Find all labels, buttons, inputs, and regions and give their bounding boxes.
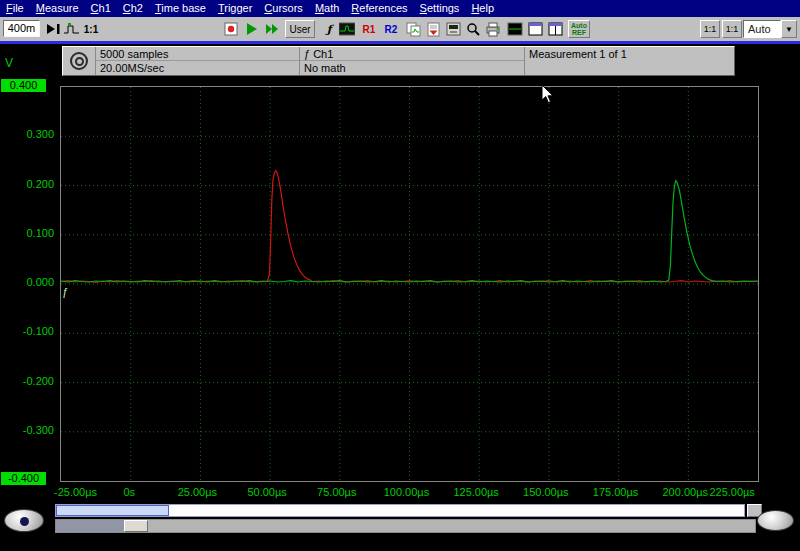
record-navigator[interactable] [55, 504, 745, 517]
acquisition-section[interactable]: 5000 samples 20.00MS/sec [96, 47, 300, 75]
x-tick-label: 225.00µs [709, 486, 754, 498]
y-tick-label: 0.000 [0, 276, 54, 288]
menu-item-settings[interactable]: Settings [414, 0, 466, 17]
x-tick-label: -25.00µs [54, 486, 97, 498]
play-icon [244, 21, 260, 37]
menu-item-help[interactable]: Help [465, 0, 500, 17]
menu-item-cursors[interactable]: Cursors [258, 0, 309, 17]
oscilloscope-app: File Measure Ch1 Ch2 Time base Trigger C… [0, 0, 800, 551]
copy-icon [406, 22, 421, 37]
left-oval-button[interactable] [4, 509, 44, 532]
x-tick-label: 75.00µs [317, 486, 356, 498]
samplerate-text: 20.00MS/sec [96, 61, 299, 75]
auto-range-value: Auto [743, 20, 781, 38]
math-text: No math [300, 61, 524, 75]
reference1-button[interactable]: R1 [360, 20, 378, 38]
menu-item-ch2[interactable]: Ch2 [117, 0, 149, 17]
x-tick-label: 175.00µs [593, 486, 638, 498]
right-oval-button[interactable] [757, 510, 794, 531]
menu-item-trigger[interactable]: Trigger [212, 0, 258, 17]
menu-item-math[interactable]: Math [309, 0, 345, 17]
y-tick-label: -0.100 [0, 325, 54, 337]
import-icon [426, 22, 441, 37]
plot-area[interactable] [60, 86, 759, 482]
ratio-indicator[interactable]: 1:1 [82, 20, 100, 38]
scrollbar-used-region [56, 520, 124, 532]
meter-button[interactable] [444, 20, 462, 38]
auto-range-combobox[interactable]: Auto ▼ [743, 20, 797, 38]
scope-display-button[interactable] [338, 20, 356, 38]
menu-item-ch1[interactable]: Ch1 [85, 0, 117, 17]
target-icon [70, 52, 88, 70]
print-button[interactable] [484, 20, 502, 38]
y-tick-label: -0.200 [0, 375, 54, 387]
function-button[interactable]: ƒ [320, 20, 338, 38]
trigger-level-marker[interactable]: ƒ [62, 287, 68, 298]
printer-icon [485, 21, 501, 37]
reference2-button[interactable]: R2 [382, 20, 400, 38]
scope-screen-icon [339, 22, 355, 36]
menu-item-timebase[interactable]: Time base [149, 0, 212, 17]
y-tick-label: 0.300 [0, 128, 54, 140]
toolbar: 400m 1:1 User ƒ R1 R2 [0, 17, 800, 44]
oneshot-button[interactable] [263, 20, 281, 38]
y-tick-label: -0.300 [0, 424, 54, 436]
x-tick-label: 100.00µs [384, 486, 429, 498]
import-waveform-button[interactable] [424, 20, 442, 38]
multimeter-icon [446, 22, 461, 36]
acquisition-icon-box[interactable] [63, 47, 96, 75]
stop-button[interactable] [222, 20, 240, 38]
fit-vertical-button[interactable]: 1:1 [722, 20, 742, 38]
x-tick-label: 150.00µs [523, 486, 568, 498]
info-panel: 5000 samples 20.00MS/sec ƒ Ch1 No math M… [62, 46, 735, 76]
waveform-mode-button[interactable] [63, 20, 81, 38]
x-tick-label: 125.00µs [453, 486, 498, 498]
source-text: ƒ Ch1 [300, 47, 524, 61]
chevron-down-icon[interactable]: ▼ [781, 20, 797, 38]
autoref-label-top: Auto [571, 22, 587, 29]
start-button[interactable] [243, 20, 261, 38]
window-cascade-button[interactable] [546, 20, 564, 38]
measurement-text: Measurement 1 of 1 [525, 47, 734, 61]
double-play-icon [265, 21, 280, 37]
record-icon [224, 22, 239, 37]
x-tick-label: 25.00µs [178, 486, 217, 498]
y-tick-label: 0.100 [0, 227, 54, 239]
copy-waveform-button[interactable] [404, 20, 422, 38]
y-tick-labels: 0.3000.2000.1000.000-0.100-0.200-0.300 [0, 0, 54, 500]
horizontal-scrollbar[interactable] [55, 519, 756, 533]
source-section[interactable]: ƒ Ch1 No math [300, 47, 525, 75]
x-tick-label: 0s [124, 486, 136, 498]
window-icon [528, 22, 543, 36]
x-tick-labels: -25.00µs0s25.00µs50.00µs75.00µs100.00µs1… [0, 486, 800, 499]
fullscreen-button[interactable] [506, 20, 524, 38]
window-tile-button[interactable] [526, 20, 544, 38]
screen-icon [507, 22, 523, 36]
split-window-icon [548, 22, 563, 36]
fit-horizontal-button[interactable]: 1:1 [700, 20, 720, 38]
mouse-cursor [541, 84, 555, 106]
scrollbar-thumb[interactable] [124, 520, 148, 532]
y-tick-label: 0.200 [0, 178, 54, 190]
autoref-button[interactable]: Auto REF [568, 20, 590, 38]
samples-text: 5000 samples [96, 47, 299, 61]
zoom-button[interactable] [464, 20, 482, 38]
measurement-section[interactable]: Measurement 1 of 1 [525, 47, 734, 75]
menu-bar: File Measure Ch1 Ch2 Time base Trigger C… [0, 0, 800, 17]
visible-range-selection[interactable] [56, 505, 169, 516]
x-tick-label: 50.00µs [247, 486, 286, 498]
x-tick-label: 200.00µs [663, 486, 708, 498]
autoref-label-bottom: REF [572, 29, 586, 36]
user-button[interactable]: User [285, 20, 315, 38]
magnifier-icon [466, 22, 481, 37]
plot-svg [61, 87, 758, 481]
pulse-waveform-icon [64, 23, 80, 36]
menu-item-references[interactable]: References [345, 0, 413, 17]
